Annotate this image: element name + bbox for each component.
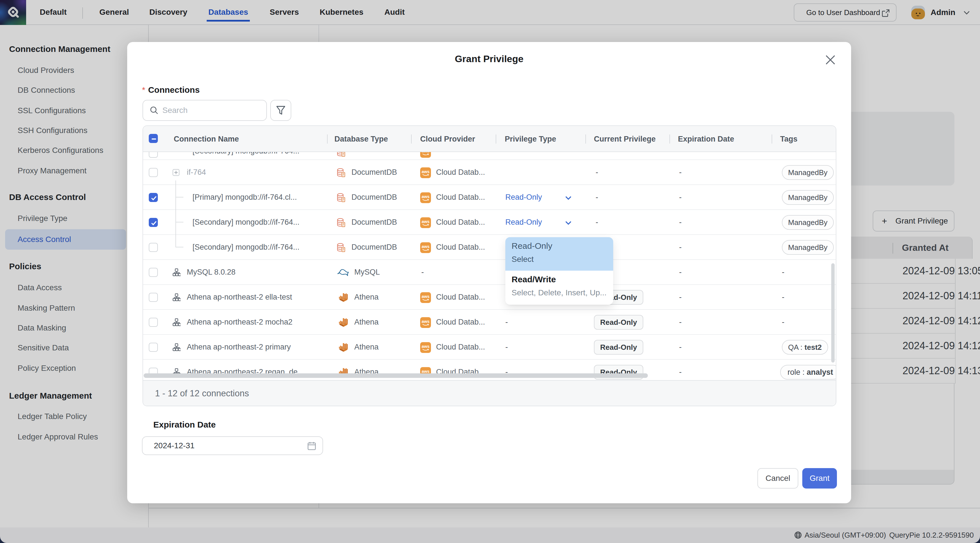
svg-text:aws: aws bbox=[422, 152, 429, 153]
